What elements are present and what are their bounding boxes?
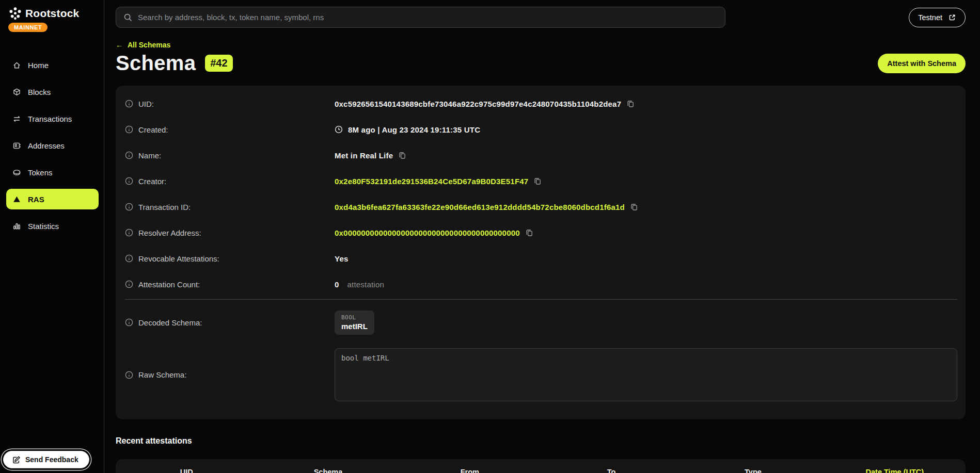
column-header-to: To <box>541 468 682 473</box>
sidebar-item-label: Transactions <box>28 115 72 123</box>
column-header-from: From <box>399 468 541 473</box>
decoded-schema-name: metIRL <box>341 322 368 331</box>
sidebar-item-addresses[interactable]: Addresses <box>6 135 99 156</box>
title-row: Schema #42 Attest with Schema <box>116 52 966 75</box>
send-feedback-button[interactable]: Send Feedback <box>3 451 89 468</box>
name-value: Met in Real Life <box>335 151 393 160</box>
creator-address-link[interactable]: 0x2e80F532191de291536B24Ce5D67a9B0D3E51F… <box>335 177 528 186</box>
decoded-schema-label: Decoded Schema: <box>138 318 202 327</box>
copy-icon[interactable] <box>398 151 406 159</box>
created-label: Created: <box>138 125 168 134</box>
brand-logo[interactable]: Rootstock <box>0 0 104 20</box>
transaction-id-link[interactable]: 0xd4a3b6fea627fa63363fe22e90d66ed613e912… <box>335 203 625 211</box>
feedback-pencil-icon <box>12 455 21 464</box>
clock-icon <box>335 125 343 134</box>
back-link-label: All Schemas <box>128 41 170 49</box>
info-icon <box>125 254 133 263</box>
raw-schema-textarea[interactable]: bool metIRL <box>335 348 957 401</box>
creator-value-group: 0x2e80F532191de291536B24Ce5D67a9B0D3E51F… <box>335 177 957 186</box>
detail-row-decoded-schema: Decoded Schema: BOOL metIRL <box>125 303 957 342</box>
testnet-label: Testnet <box>918 13 942 22</box>
attestations-table: UID Schema From To Type Date Time (UTC) <box>116 459 966 473</box>
page-title: Schema <box>116 52 196 75</box>
decoded-schema-value-group: BOOL metIRL <box>335 311 957 335</box>
column-header-datetime: Date Time (UTC) <box>824 468 966 473</box>
name-label: Name: <box>138 151 161 160</box>
sidebar-item-label: Blocks <box>28 88 51 96</box>
testnet-button[interactable]: Testnet <box>909 8 966 27</box>
search-box[interactable] <box>116 7 725 28</box>
topbar: Testnet <box>116 7 966 28</box>
sidebar-item-blocks[interactable]: Blocks <box>6 81 99 102</box>
sidebar-item-transactions[interactable]: Transactions <box>6 108 99 129</box>
info-icon <box>125 125 133 134</box>
revocable-label-group: Revocable Attestations: <box>125 254 335 263</box>
detail-row-created: Created: 8M ago | Aug 23 2024 19:11:35 U… <box>125 117 957 142</box>
search-input[interactable] <box>138 13 718 22</box>
transaction-id-label: Transaction ID: <box>138 203 191 211</box>
statistics-icon <box>12 222 21 231</box>
detail-row-attestation-count: Attestation Count: 0 attestation <box>125 271 957 297</box>
external-link-icon <box>948 13 956 22</box>
info-icon <box>125 229 133 237</box>
attestation-count-suffix: attestation <box>347 280 384 289</box>
info-icon <box>125 371 133 379</box>
resolver-label: Resolver Address: <box>138 229 201 237</box>
arrow-left-icon: ← <box>116 41 123 49</box>
decoded-schema-chip: BOOL metIRL <box>335 311 374 335</box>
resolver-value-group: 0x00000000000000000000000000000000000000… <box>335 229 957 237</box>
detail-row-raw-schema: Raw Schema: bool metIRL <box>125 348 957 401</box>
uid-label: UID: <box>138 100 154 108</box>
tokens-icon <box>12 168 21 177</box>
sidebar-item-tokens[interactable]: Tokens <box>6 162 99 183</box>
attestation-count-label: Attestation Count: <box>138 280 200 289</box>
app-root: Rootstock MAINNET Home Blocks Transactio… <box>0 0 980 473</box>
uid-label-group: UID: <box>125 100 335 108</box>
resolver-label-group: Resolver Address: <box>125 229 335 237</box>
sidebar-nav: Home Blocks Transactions Addresses Token… <box>0 55 104 236</box>
copy-icon[interactable] <box>626 100 635 108</box>
uid-value: 0xc5926561540143689cbfe73046a922c975c99d… <box>335 100 621 108</box>
transactions-icon <box>12 115 21 123</box>
home-icon <box>12 61 21 70</box>
info-icon <box>125 280 133 288</box>
attestation-count-value: 0 <box>335 280 339 289</box>
name-label-group: Name: <box>125 151 335 160</box>
column-header-schema: Schema <box>257 468 399 473</box>
detail-row-uid: UID: 0xc5926561540143689cbfe73046a922c97… <box>125 91 957 117</box>
info-icon <box>125 177 133 185</box>
detail-row-revocable: Revocable Attestations: Yes <box>125 246 957 271</box>
search-icon <box>123 13 132 22</box>
transaction-id-value-group: 0xd4a3b6fea627fa63363fe22e90d66ed613e912… <box>335 203 957 211</box>
info-icon <box>125 203 133 211</box>
uid-value-group: 0xc5926561540143689cbfe73046a922c975c99d… <box>335 100 957 108</box>
sidebar-item-statistics[interactable]: Statistics <box>6 216 99 236</box>
sidebar-item-label: Statistics <box>28 222 59 231</box>
detail-row-resolver: Resolver Address: 0x00000000000000000000… <box>125 220 957 246</box>
attest-with-schema-button[interactable]: Attest with Schema <box>878 54 966 73</box>
created-value: 8M ago | Aug 23 2024 19:11:35 UTC <box>348 125 480 134</box>
decoded-schema-label-group: Decoded Schema: <box>125 318 335 327</box>
name-value-group: Met in Real Life <box>335 151 957 160</box>
copy-icon[interactable] <box>630 203 638 211</box>
detail-row-name: Name: Met in Real Life <box>125 142 957 168</box>
network-badge: MAINNET <box>8 23 48 32</box>
schema-details-panel: UID: 0xc5926561540143689cbfe73046a922c97… <box>116 86 966 419</box>
detail-row-transaction-id: Transaction ID: 0xd4a3b6fea627fa63363fe2… <box>125 194 957 220</box>
back-to-all-schemas-link[interactable]: ← All Schemas <box>116 41 170 49</box>
sidebar-item-ras[interactable]: RAS <box>6 189 99 209</box>
copy-icon[interactable] <box>533 177 542 185</box>
created-label-group: Created: <box>125 125 335 134</box>
info-icon <box>125 318 133 327</box>
attestation-count-value-group: 0 attestation <box>335 280 957 289</box>
creator-label-group: Creator: <box>125 177 335 186</box>
sidebar: Rootstock MAINNET Home Blocks Transactio… <box>0 0 104 473</box>
detail-row-creator: Creator: 0x2e80F532191de291536B24Ce5D67a… <box>125 168 957 194</box>
sidebar-item-home[interactable]: Home <box>6 55 99 75</box>
copy-icon[interactable] <box>525 229 533 237</box>
sidebar-item-label: RAS <box>28 195 44 204</box>
creator-label: Creator: <box>138 177 166 186</box>
sidebar-item-label: Tokens <box>28 168 53 177</box>
decoded-schema-type: BOOL <box>341 314 368 321</box>
resolver-address-link[interactable]: 0x00000000000000000000000000000000000000… <box>335 229 520 237</box>
